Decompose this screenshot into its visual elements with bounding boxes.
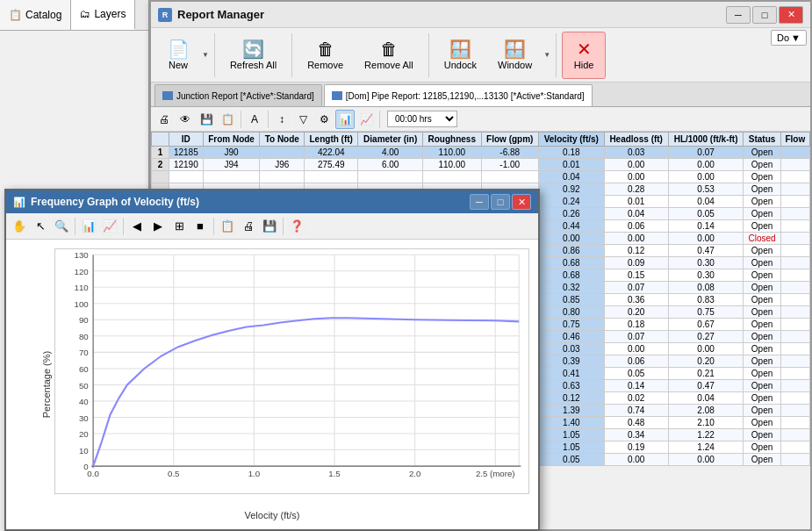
sort-button[interactable]: ↕ bbox=[272, 110, 291, 129]
cell-roughness bbox=[422, 171, 481, 183]
report-tabs: Junction Report [*Active*:Standard] [Dom… bbox=[151, 83, 810, 107]
do-dropdown[interactable]: Do ▼ bbox=[771, 30, 807, 46]
graph-window-icon: 📊 bbox=[13, 197, 25, 208]
cell-headloss: 0.05 bbox=[604, 368, 668, 380]
minimize-button[interactable]: ─ bbox=[726, 6, 751, 24]
cell-diameter bbox=[358, 171, 423, 183]
options-button[interactable]: ⚙ bbox=[314, 110, 334, 129]
hide-button[interactable]: ✕ Hide bbox=[562, 32, 606, 79]
cell-status: Open bbox=[744, 368, 780, 380]
cell-flow2 bbox=[780, 147, 809, 159]
svg-text:120: 120 bbox=[75, 267, 89, 276]
cell-velocity: 0.05 bbox=[538, 454, 604, 466]
fg-back-button[interactable]: ◀ bbox=[127, 217, 147, 236]
fg-title-left: 📊 Frequency Graph of Velocity (ft/s) bbox=[13, 196, 199, 208]
fg-fit-button[interactable]: ⊞ bbox=[169, 217, 189, 236]
new-button[interactable]: 📄 New bbox=[156, 32, 200, 79]
close-button[interactable]: ✕ bbox=[779, 6, 803, 24]
cell-headloss: 0.03 bbox=[604, 147, 668, 159]
graph-button[interactable]: 📊 bbox=[335, 110, 355, 129]
export-button[interactable]: 💾 bbox=[197, 110, 216, 129]
cell-flow2 bbox=[780, 233, 809, 245]
col-tonode[interactable]: To Node bbox=[260, 133, 305, 147]
copy-button[interactable]: 📋 bbox=[218, 110, 237, 129]
fg-line-chart-button[interactable]: 📈 bbox=[100, 217, 119, 236]
col-length[interactable]: Length (ft) bbox=[305, 133, 358, 147]
cell-headloss: 0.01 bbox=[604, 196, 668, 208]
cell-hl1000: 0.53 bbox=[668, 183, 744, 196]
svg-text:1.5: 1.5 bbox=[328, 470, 340, 479]
junction-tab-label: Junction Report [*Active*:Standard] bbox=[176, 91, 314, 101]
new-arrow[interactable]: ▼ bbox=[202, 51, 209, 59]
col-headloss[interactable]: Headloss (ft) bbox=[604, 133, 668, 147]
cell-flow2 bbox=[780, 355, 809, 368]
cell-velocity: 0.01 bbox=[538, 159, 604, 171]
col-hl1000[interactable]: HL/1000 (ft/k-ft) bbox=[668, 133, 744, 147]
col-id[interactable]: ID bbox=[169, 133, 204, 147]
layers-tab[interactable]: 🗂 Layers bbox=[71, 0, 135, 30]
remove-button[interactable]: 🗑 Remove bbox=[298, 32, 353, 79]
cell-flow2 bbox=[780, 282, 809, 294]
cell-hl1000: 0.75 bbox=[668, 306, 744, 319]
window-arrow[interactable]: ▼ bbox=[543, 51, 550, 59]
fg-forward-button[interactable]: ▶ bbox=[148, 217, 168, 236]
window-button[interactable]: 🪟 Window bbox=[488, 32, 542, 79]
cell-status: Open bbox=[744, 441, 780, 454]
cell-hl1000: 0.20 bbox=[668, 355, 744, 368]
col-diameter[interactable]: Diameter (in) bbox=[358, 133, 423, 147]
print-preview-button[interactable]: 👁 bbox=[176, 110, 195, 129]
col-status[interactable]: Status bbox=[744, 133, 780, 147]
pipe-report-tab[interactable]: [Dom] Pipe Report: 12185,12190,...13130 … bbox=[324, 84, 593, 106]
fg-pan-button[interactable]: ✋ bbox=[10, 217, 29, 236]
cell-headloss: 0.36 bbox=[604, 294, 668, 306]
fg-help-button[interactable]: ❓ bbox=[287, 217, 306, 236]
cell-velocity: 0.63 bbox=[538, 380, 604, 392]
svg-text:0.0: 0.0 bbox=[87, 470, 98, 479]
col-fromnode[interactable]: From Node bbox=[203, 133, 260, 147]
cell-hl1000: 0.00 bbox=[668, 233, 744, 245]
col-velocity[interactable]: Velocity (ft/s) bbox=[538, 133, 604, 147]
cell-velocity: 0.92 bbox=[538, 183, 604, 196]
filter-button[interactable]: ▽ bbox=[293, 110, 313, 129]
time-select[interactable]: 00:00 hrs bbox=[387, 111, 457, 127]
fg-maximize-button[interactable]: □ bbox=[491, 194, 510, 210]
cell-hl1000: 0.05 bbox=[668, 208, 744, 220]
fg-select-button[interactable]: ↖ bbox=[31, 217, 50, 236]
pipe-tab-icon bbox=[332, 91, 342, 100]
cell-id bbox=[169, 171, 204, 183]
fg-save-button[interactable]: 💾 bbox=[260, 217, 279, 236]
fg-copy-button[interactable]: 📋 bbox=[218, 217, 237, 236]
cell-headloss: 0.14 bbox=[604, 380, 668, 392]
fg-stop-button[interactable]: ■ bbox=[190, 217, 210, 236]
svg-text:30: 30 bbox=[79, 413, 89, 423]
fg-minimize-button[interactable]: ─ bbox=[470, 194, 489, 210]
cell-headloss: 0.19 bbox=[604, 441, 668, 454]
font-button[interactable]: A bbox=[245, 110, 264, 129]
fg-bar-chart-button[interactable]: 📊 bbox=[79, 217, 98, 236]
col-roughness[interactable]: Roughness bbox=[422, 133, 481, 147]
cell-headloss: 0.28 bbox=[604, 183, 668, 196]
fg-print-button[interactable]: 🖨 bbox=[239, 217, 258, 236]
col-flow2[interactable]: Flow bbox=[780, 133, 809, 147]
maximize-button[interactable]: □ bbox=[752, 6, 777, 24]
svg-text:40: 40 bbox=[79, 397, 89, 406]
cell-status: Open bbox=[744, 319, 780, 331]
remove-all-button[interactable]: 🗑 Remove All bbox=[355, 32, 423, 79]
fg-zoom-in-button[interactable]: 🔍 bbox=[52, 217, 71, 236]
catalog-tab[interactable]: 📋 Catalog bbox=[0, 0, 71, 30]
cell-headloss: 0.15 bbox=[604, 269, 668, 282]
col-rownum bbox=[152, 133, 169, 147]
stats-button[interactable]: 📈 bbox=[356, 110, 376, 129]
cell-headloss: 0.12 bbox=[604, 245, 668, 257]
refresh-all-button[interactable]: 🔄 Refresh All bbox=[220, 32, 286, 79]
undock-button[interactable]: 🪟 Undock bbox=[435, 32, 486, 79]
cell-roughness: 110.00 bbox=[422, 147, 481, 159]
cell-headloss: 0.00 bbox=[604, 454, 668, 466]
fg-close-button[interactable]: ✕ bbox=[512, 194, 531, 210]
col-flow[interactable]: Flow (gpm) bbox=[481, 133, 538, 147]
cell-headloss: 0.34 bbox=[604, 429, 668, 441]
junction-report-tab[interactable]: Junction Report [*Active*:Standard] bbox=[154, 84, 322, 106]
svg-text:60: 60 bbox=[79, 364, 89, 374]
cell-headloss: 0.07 bbox=[604, 331, 668, 343]
print-button[interactable]: 🖨 bbox=[154, 110, 174, 129]
